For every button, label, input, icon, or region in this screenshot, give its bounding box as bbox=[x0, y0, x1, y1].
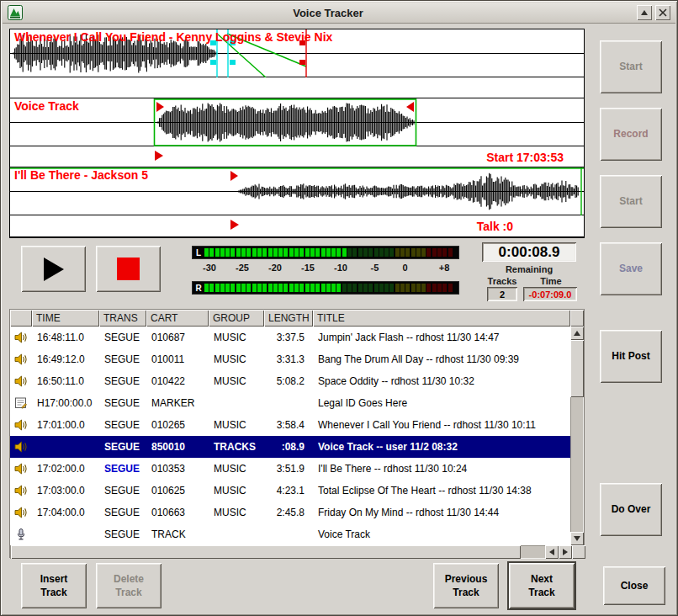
log-body: 16:48:11.0 SEGUE 010687 MUSIC 3:37.5 Jum… bbox=[10, 327, 570, 545]
cell-title: Voice Track bbox=[313, 528, 570, 540]
cell-cart: 010625 bbox=[146, 485, 209, 497]
remaining-tracks-value: 2 bbox=[487, 287, 517, 301]
table-row[interactable]: SEGUE TRACK Voice Track bbox=[10, 523, 570, 545]
audio-meter: L -30 -25 -20 -15 -10 -5 0 +8 R bbox=[192, 245, 459, 295]
cell-group: MUSIC bbox=[209, 485, 264, 497]
waveform-row-1[interactable]: Whenever I Call You Friend - Kenny Loggi… bbox=[10, 29, 584, 77]
titlebar[interactable]: Voice Tracker bbox=[3, 3, 675, 24]
scroll-right-button[interactable] bbox=[559, 545, 572, 559]
column-header-trans: TRANS bbox=[99, 310, 146, 327]
cell-length: 3:31.3 bbox=[264, 353, 313, 365]
cell-length: 3:51.9 bbox=[264, 463, 313, 475]
app-icon bbox=[8, 5, 23, 20]
meter-right-channel: R bbox=[192, 281, 459, 295]
cell-cart: MARKER bbox=[146, 397, 209, 409]
meter-right-segments bbox=[204, 284, 458, 292]
column-header-title: TITLE bbox=[313, 310, 570, 327]
table-row[interactable]: 16:49:12.0 SEGUE 010011 MUSIC 3:31.3 Ban… bbox=[10, 348, 570, 370]
cell-group: TRACKS bbox=[209, 441, 264, 453]
insert-track-button[interactable]: Insert Track bbox=[21, 563, 87, 608]
save-button[interactable]: Save bbox=[600, 242, 662, 295]
meter-scale-label: -5 bbox=[371, 263, 379, 273]
record-button[interactable]: Record bbox=[600, 108, 662, 161]
next-track-button[interactable]: Next Track bbox=[509, 563, 575, 608]
cell-trans: SEGUE bbox=[99, 528, 146, 540]
waveform-row-2[interactable]: Voice Track bbox=[10, 98, 584, 146]
cell-trans: SEGUE bbox=[99, 332, 146, 343]
meter-left-channel: L bbox=[192, 246, 459, 259]
speaker-icon bbox=[10, 353, 32, 366]
previous-track-button[interactable]: Previous Track bbox=[433, 563, 499, 608]
close-button[interactable] bbox=[655, 5, 670, 20]
cell-group: MUSIC bbox=[209, 419, 264, 431]
table-row[interactable]: 16:48:11.0 SEGUE 010687 MUSIC 3:37.5 Jum… bbox=[10, 327, 570, 348]
vertical-scroll-thumb[interactable] bbox=[570, 340, 584, 397]
track-panel-2[interactable]: Voice Track Start 17:03:53 bbox=[10, 98, 584, 167]
delete-track-button[interactable]: Delete Track bbox=[96, 563, 162, 608]
scroll-up-button[interactable] bbox=[570, 327, 584, 340]
table-row[interactable]: 16:50:11.0 SEGUE 010422 MUSIC 5:08.2 Spa… bbox=[10, 370, 570, 392]
meter-left-label: L bbox=[193, 248, 204, 258]
table-row[interactable]: 17:03:00.0 SEGUE 010625 MUSIC 4:23.1 Tot… bbox=[10, 480, 570, 502]
table-row[interactable]: SEGUE 850010 TRACKS :08.9 Voice Track --… bbox=[10, 436, 570, 458]
table-row[interactable]: H17:00:00.0 SEGUE MARKER Legal ID Goes H… bbox=[10, 392, 570, 414]
speaker-icon bbox=[10, 484, 32, 497]
waveform-2[interactable] bbox=[10, 98, 584, 146]
start-button-2[interactable]: Start bbox=[600, 175, 662, 228]
talk-time-label: Talk :0 bbox=[477, 220, 513, 233]
meter-scale: -30 -25 -20 -15 -10 -5 0 +8 bbox=[204, 260, 457, 279]
cell-time: H17:00:00.0 bbox=[32, 397, 99, 409]
cell-length: 5:08.2 bbox=[264, 375, 313, 387]
track-start-handle[interactable] bbox=[156, 102, 164, 112]
track-panel-3[interactable]: I'll Be There - Jackson 5 Talk :0 bbox=[10, 167, 584, 236]
cell-length: 2:45.8 bbox=[264, 507, 313, 518]
play-button[interactable] bbox=[21, 246, 86, 292]
cell-cart: 010265 bbox=[146, 419, 209, 431]
horizontal-scroll-thumb[interactable] bbox=[11, 545, 521, 559]
track-panel-1[interactable]: Whenever I Call You Friend - Kenny Loggi… bbox=[10, 29, 584, 98]
track-end-handle[interactable] bbox=[406, 102, 414, 112]
song-start-handle[interactable] bbox=[230, 220, 239, 230]
close-icon bbox=[659, 8, 667, 17]
do-over-button[interactable]: Do Over bbox=[600, 483, 662, 536]
cell-cart: 010687 bbox=[146, 332, 209, 343]
table-row[interactable]: 17:02:00.0 SEGUE 010353 MUSIC 3:51.9 I'l… bbox=[10, 458, 570, 480]
log-header: TIME TRANS CART GROUP LENGTH TITLE bbox=[10, 310, 584, 327]
cell-trans: SEGUE bbox=[99, 375, 146, 387]
track-start-handle[interactable] bbox=[155, 151, 163, 161]
cell-trans: SEGUE bbox=[99, 419, 146, 431]
cell-title: Bang The Drum All Day -- rdhost 11/30 09… bbox=[313, 353, 570, 365]
scroll-left-button[interactable] bbox=[545, 545, 559, 559]
speaker-icon bbox=[10, 331, 32, 344]
remaining-label: Remaining bbox=[482, 264, 576, 274]
cell-cart: 010011 bbox=[146, 353, 209, 365]
waveform-row-3[interactable]: I'll Be There - Jackson 5 bbox=[10, 167, 584, 215]
meter-scale-label: 0 bbox=[402, 263, 407, 273]
cell-group: MUSIC bbox=[209, 332, 264, 343]
cell-cart: 010422 bbox=[146, 375, 209, 387]
song-start-handle[interactable] bbox=[230, 171, 238, 181]
speaker-icon bbox=[10, 462, 32, 475]
close-button-bottom[interactable]: Close bbox=[603, 566, 665, 605]
maximize-button[interactable] bbox=[637, 5, 652, 20]
start-button-1[interactable]: Start bbox=[600, 40, 662, 93]
stop-button[interactable] bbox=[96, 246, 161, 292]
meter-left-segments bbox=[204, 248, 458, 257]
stop-icon bbox=[117, 258, 140, 280]
meter-scale-label: -15 bbox=[301, 263, 315, 273]
table-row[interactable]: 17:01:00.0 SEGUE 010265 MUSIC 3:58.4 Whe… bbox=[10, 414, 570, 436]
table-row[interactable]: 17:04:00.0 SEGUE 010663 MUSIC 2:45.8 Fri… bbox=[10, 502, 570, 523]
elapsed-time-display: 0:00:08.9 bbox=[482, 242, 576, 262]
horizontal-scrollbar[interactable] bbox=[10, 545, 585, 559]
speaker-icon bbox=[10, 418, 32, 432]
hit-post-button[interactable]: Hit Post bbox=[600, 330, 662, 383]
cell-trans: SEGUE bbox=[99, 441, 146, 453]
speaker-icon bbox=[10, 440, 32, 454]
track-strip-2: Start 17:03:53 bbox=[10, 146, 584, 167]
scroll-down-button[interactable] bbox=[570, 532, 584, 545]
cell-cart: TRACK bbox=[146, 528, 209, 540]
vertical-scrollbar[interactable] bbox=[570, 327, 584, 545]
cell-title: Jumpin' Jack Flash -- rdhost 11/30 14:47 bbox=[313, 332, 570, 343]
right-arrow-icon bbox=[563, 549, 568, 555]
voice-tracker-window: Voice Tracker bbox=[0, 0, 678, 616]
